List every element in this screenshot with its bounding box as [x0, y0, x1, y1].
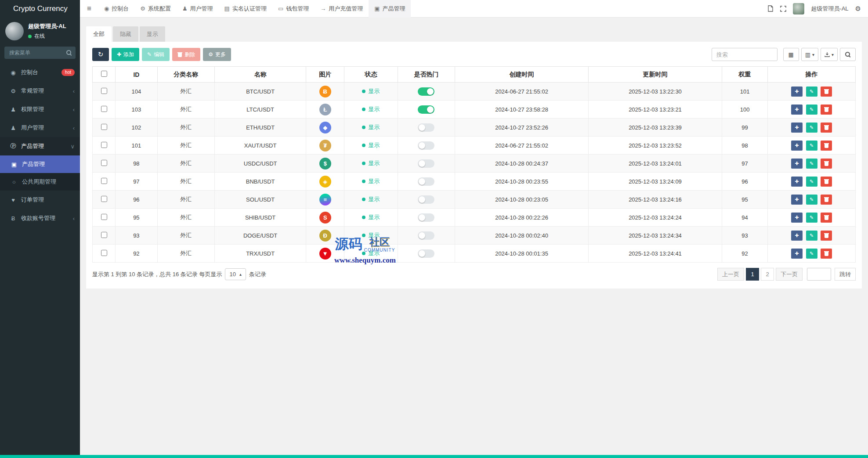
menu-search-input[interactable] — [4, 47, 76, 59]
clear-cache-icon[interactable] — [767, 5, 774, 12]
sidebar-item[interactable]: ♟权限管理‹ — [0, 100, 80, 119]
row-delete-button[interactable] — [821, 123, 832, 133]
row-add-button[interactable]: ✚ — [791, 231, 803, 241]
row-edit-button[interactable]: ✎ — [806, 213, 817, 223]
select-all-checkbox[interactable] — [101, 71, 107, 77]
sidebar-subitem[interactable]: ○公共周期管理 — [0, 173, 80, 191]
row-edit-button[interactable]: ✎ — [806, 141, 817, 151]
row-edit-button[interactable]: ✎ — [806, 159, 817, 169]
edit-button[interactable]: ✎编辑 — [142, 48, 170, 61]
table-search-input[interactable] — [712, 48, 778, 61]
hot-toggle[interactable] — [418, 105, 434, 114]
filter-tab[interactable]: 显示 — [140, 26, 165, 42]
row-delete-button[interactable] — [821, 177, 832, 187]
more-button[interactable]: ⚙更多 — [203, 48, 231, 61]
card-view-button[interactable]: ▦ — [783, 48, 799, 61]
row-checkbox[interactable] — [101, 214, 107, 220]
jump-page-input[interactable] — [807, 268, 831, 281]
app-logo[interactable]: Crypto Currency — [0, 0, 80, 18]
row-delete-button[interactable] — [821, 87, 832, 97]
row-edit-button[interactable]: ✎ — [806, 105, 817, 115]
hot-toggle[interactable] — [418, 213, 434, 222]
sidebar-item[interactable]: Ƀ收款账号管理‹ — [0, 209, 80, 227]
row-edit-button[interactable]: ✎ — [806, 177, 817, 187]
page-size-select[interactable]: 10 ▴ — [225, 268, 246, 280]
row-add-button[interactable]: ✚ — [791, 87, 803, 97]
sidebar-item[interactable]: ◉控制台hot — [0, 63, 80, 82]
page-number-button[interactable]: 2 — [761, 268, 774, 281]
sidebar-item[interactable]: ♟用户管理‹ — [0, 119, 80, 137]
status-dot-icon — [362, 162, 365, 165]
sidebar-item[interactable]: Ⓟ产品管理∨ — [0, 137, 80, 155]
row-checkbox[interactable] — [101, 232, 107, 238]
export-button[interactable]: ▾ — [821, 48, 838, 61]
hot-toggle[interactable] — [418, 195, 434, 204]
row-delete-button[interactable] — [821, 249, 832, 259]
topnav-item[interactable]: ◉控制台 — [98, 0, 134, 18]
row-edit-button[interactable]: ✎ — [806, 123, 817, 133]
add-button[interactable]: ✚添加 — [112, 48, 139, 61]
trash-icon — [824, 215, 829, 220]
row-delete-button[interactable] — [821, 105, 832, 115]
row-delete-button[interactable] — [821, 159, 832, 169]
row-checkbox[interactable] — [101, 160, 107, 166]
row-checkbox[interactable] — [101, 124, 107, 130]
next-page-button[interactable]: 下一页 — [776, 268, 803, 281]
row-edit-button[interactable]: ✎ — [806, 249, 817, 259]
topnav-item[interactable]: ▭钱包管理 — [272, 0, 315, 18]
row-add-button[interactable]: ✚ — [791, 141, 803, 151]
topnav-item[interactable]: ▤实名认证管理 — [219, 0, 272, 18]
hot-toggle[interactable] — [418, 87, 434, 96]
cell-id: 103 — [116, 101, 158, 119]
row-edit-button[interactable]: ✎ — [806, 231, 817, 241]
search-toggle-button[interactable] — [840, 48, 856, 61]
filter-tab[interactable]: 隐藏 — [113, 26, 138, 42]
refresh-button[interactable]: ↻ — [92, 48, 109, 61]
topnav-user-avatar[interactable] — [793, 3, 804, 14]
jump-button[interactable]: 跳转 — [835, 268, 856, 281]
row-checkbox[interactable] — [101, 88, 107, 94]
content: 全部隐藏显示 ↻ ✚添加 ✎编辑 删除 ⚙更多 ▦ ▥▾ ▾ — [80, 18, 868, 458]
hot-toggle[interactable] — [418, 141, 434, 150]
topnav-item[interactable]: →用户充值管理 — [315, 0, 369, 18]
fullscreen-icon[interactable] — [780, 6, 786, 12]
hot-toggle[interactable] — [418, 177, 434, 186]
hot-toggle[interactable] — [418, 231, 434, 240]
hot-toggle[interactable] — [418, 123, 434, 132]
topnav-item[interactable]: ⚙系统配置 — [134, 0, 177, 18]
hot-toggle[interactable] — [418, 159, 434, 168]
delete-button[interactable]: 删除 — [172, 48, 200, 61]
sidebar-item[interactable]: ♥订单管理 — [0, 191, 80, 209]
row-add-button[interactable]: ✚ — [791, 123, 803, 133]
row-add-button[interactable]: ✚ — [791, 195, 803, 205]
row-add-button[interactable]: ✚ — [791, 213, 803, 223]
row-delete-button[interactable] — [821, 195, 832, 205]
row-checkbox[interactable] — [101, 196, 107, 202]
row-add-button[interactable]: ✚ — [791, 249, 803, 259]
sidebar-subitem[interactable]: ▣产品管理 — [0, 155, 80, 173]
filter-tab[interactable]: 全部 — [86, 26, 112, 42]
columns-button[interactable]: ▥▾ — [801, 48, 818, 61]
row-add-button[interactable]: ✚ — [791, 159, 803, 169]
row-checkbox[interactable] — [101, 106, 107, 112]
settings-gear-icon[interactable]: ⚙ — [855, 5, 861, 13]
row-edit-button[interactable]: ✎ — [806, 195, 817, 205]
row-delete-button[interactable] — [821, 213, 832, 223]
menu-toggle-icon[interactable]: ≡ — [80, 4, 98, 13]
row-add-button[interactable]: ✚ — [791, 177, 803, 187]
prev-page-button[interactable]: 上一页 — [717, 268, 744, 281]
row-edit-button[interactable]: ✎ — [806, 87, 817, 97]
row-delete-button[interactable] — [821, 141, 832, 151]
row-checkbox[interactable] — [101, 142, 107, 148]
row-delete-button[interactable] — [821, 231, 832, 241]
topnav-item[interactable]: ♟用户管理 — [177, 0, 219, 18]
status-dot-icon — [362, 252, 365, 255]
sidebar-item[interactable]: ⚙常规管理‹ — [0, 82, 80, 100]
topnav-user-name[interactable]: 超级管理员-AL — [811, 5, 848, 13]
page-number-button[interactable]: 1 — [746, 268, 759, 281]
topnav-item[interactable]: ▣产品管理 — [369, 0, 411, 18]
row-checkbox[interactable] — [101, 178, 107, 184]
hot-toggle[interactable] — [418, 249, 434, 258]
row-add-button[interactable]: ✚ — [791, 105, 803, 115]
row-checkbox[interactable] — [101, 250, 107, 256]
